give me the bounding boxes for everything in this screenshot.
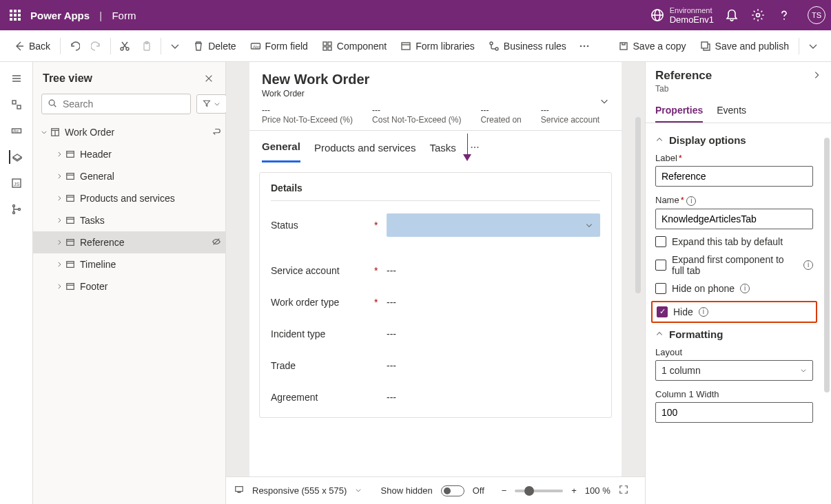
layout-label: Layout	[655, 347, 813, 357]
node-icon	[65, 259, 76, 270]
colwidth-input[interactable]	[655, 402, 813, 423]
redo-button[interactable]	[87, 38, 106, 54]
save-copy-icon	[618, 41, 629, 52]
form-tab-tasks[interactable]: Tasks	[429, 135, 455, 162]
info-icon[interactable]: i	[803, 260, 813, 270]
overflow-button[interactable]	[575, 38, 594, 54]
close-tree-icon[interactable]	[202, 72, 216, 85]
switch-icon[interactable]	[212, 127, 221, 138]
svg-point-30	[12, 212, 14, 214]
svg-point-5	[121, 48, 123, 50]
undo-button[interactable]	[65, 38, 84, 54]
help-icon[interactable]	[777, 8, 791, 22]
props-tab-properties[interactable]: Properties	[655, 99, 703, 123]
form-tab-products-and-services[interactable]: Products and services	[314, 135, 416, 162]
canvas-scrollbar[interactable]	[635, 117, 641, 293]
expand-default-checkbox[interactable]: Expand this tab by default	[655, 236, 813, 247]
name-input[interactable]	[655, 209, 813, 229]
expand-icon[interactable]	[54, 217, 65, 224]
node-icon	[65, 215, 76, 226]
paste-button[interactable]	[137, 38, 156, 54]
expand-icon[interactable]	[54, 239, 65, 246]
layout-select[interactable]: 1 column	[655, 360, 813, 381]
tree-search-box[interactable]	[41, 94, 191, 114]
zoom-out-button[interactable]: −	[502, 485, 507, 496]
status-field-input[interactable]	[387, 213, 600, 237]
zoom-slider[interactable]	[515, 490, 563, 492]
rail-components-icon[interactable]	[10, 98, 23, 112]
formatting-section-label: Formatting	[669, 328, 723, 340]
rail-field-icon[interactable]: Abc	[10, 124, 23, 138]
tree-search-input[interactable]	[61, 98, 185, 110]
collapse-icon[interactable]	[655, 134, 664, 146]
save-copy-button[interactable]: Save a copy	[613, 38, 692, 54]
field-row-work-order-type[interactable]: Work order type*---	[271, 286, 600, 318]
tree-node-footer[interactable]: Footer	[33, 275, 225, 297]
tab-insertion-pointer	[463, 134, 471, 161]
save-publish-button[interactable]: Save and publish	[695, 38, 794, 54]
svg-rect-24	[17, 105, 21, 109]
back-button[interactable]: Back	[8, 38, 56, 54]
info-icon[interactable]: i	[699, 307, 708, 317]
rail-tree-icon[interactable]	[9, 150, 23, 164]
user-avatar[interactable]: TS	[808, 6, 825, 24]
tree-filter-button[interactable]	[196, 94, 227, 114]
field-row-service-account[interactable]: Service account*---	[271, 255, 600, 286]
chevron-down-icon[interactable]	[355, 485, 362, 496]
tree-node-general[interactable]: General	[33, 165, 225, 187]
node-label: Work Order	[65, 127, 212, 138]
expand-icon[interactable]	[54, 151, 65, 158]
fit-icon[interactable]	[619, 485, 628, 496]
tree-node-products-and-services[interactable]: Products and services	[33, 187, 225, 209]
rail-flow-icon[interactable]	[10, 202, 23, 216]
filter-icon	[203, 98, 211, 109]
environment-picker[interactable]: Environment DemoEnv1	[650, 6, 714, 25]
expand-icon[interactable]	[54, 283, 65, 290]
business-rules-button[interactable]: Business rules	[483, 38, 572, 54]
node-icon	[65, 171, 76, 182]
field-row-agreement[interactable]: Agreement---	[271, 381, 600, 413]
field-row-status[interactable]: Status*	[271, 209, 600, 241]
tree-node-reference[interactable]: Reference	[33, 231, 225, 253]
props-tab-events[interactable]: Events	[717, 99, 746, 123]
component-button[interactable]: Component	[316, 38, 392, 54]
header-chevron-icon[interactable]	[599, 96, 609, 108]
props-chevron-icon[interactable]	[812, 70, 821, 82]
info-icon[interactable]: i	[686, 196, 696, 206]
notifications-icon[interactable]	[725, 8, 739, 22]
app-launcher[interactable]	[6, 6, 25, 25]
hide-phone-checkbox[interactable]: Hide on phone i	[655, 283, 813, 294]
expand-icon[interactable]	[54, 173, 65, 180]
tree-node-work-order[interactable]: Work Order	[33, 121, 225, 143]
tree-node-timeline[interactable]: Timeline	[33, 253, 225, 275]
expand-icon[interactable]	[54, 195, 65, 202]
delete-button[interactable]: Delete	[187, 38, 241, 54]
tree-node-header[interactable]: Header	[33, 143, 225, 165]
field-row-incident-type[interactable]: Incident type---	[271, 318, 600, 350]
cut-button[interactable]	[115, 38, 134, 54]
collapse-icon[interactable]	[655, 328, 664, 340]
node-icon	[65, 193, 76, 204]
label-input[interactable]	[655, 166, 813, 187]
expand-icon[interactable]	[54, 261, 65, 268]
expand-full-checkbox[interactable]: Expand first component to full tabi	[655, 254, 813, 276]
chevron-down-button[interactable]	[165, 38, 185, 54]
save-chevron[interactable]	[803, 38, 823, 54]
props-scrollbar[interactable]	[824, 138, 830, 392]
hide-checkbox[interactable]: Hide i	[657, 306, 812, 317]
form-libraries-button[interactable]: Form libraries	[395, 38, 480, 54]
rail-menu-icon[interactable]	[10, 72, 23, 85]
form-field-button[interactable]: AbcForm field	[245, 38, 314, 54]
expand-icon[interactable]	[39, 129, 50, 136]
show-hidden-toggle[interactable]	[441, 485, 464, 496]
zoom-in-button[interactable]: +	[571, 485, 577, 496]
form-field-icon: Abc	[250, 41, 261, 52]
field-row-trade[interactable]: Trade---	[271, 350, 600, 381]
tree-node-tasks[interactable]: Tasks	[33, 209, 225, 231]
hidden-icon[interactable]	[212, 237, 221, 249]
rail-js-icon[interactable]: JS	[10, 176, 23, 190]
settings-icon[interactable]	[751, 8, 765, 22]
form-tab-general[interactable]: General	[262, 134, 300, 162]
info-icon[interactable]: i	[740, 284, 750, 293]
responsive-label[interactable]: Responsive (555 x 575)	[252, 485, 347, 496]
